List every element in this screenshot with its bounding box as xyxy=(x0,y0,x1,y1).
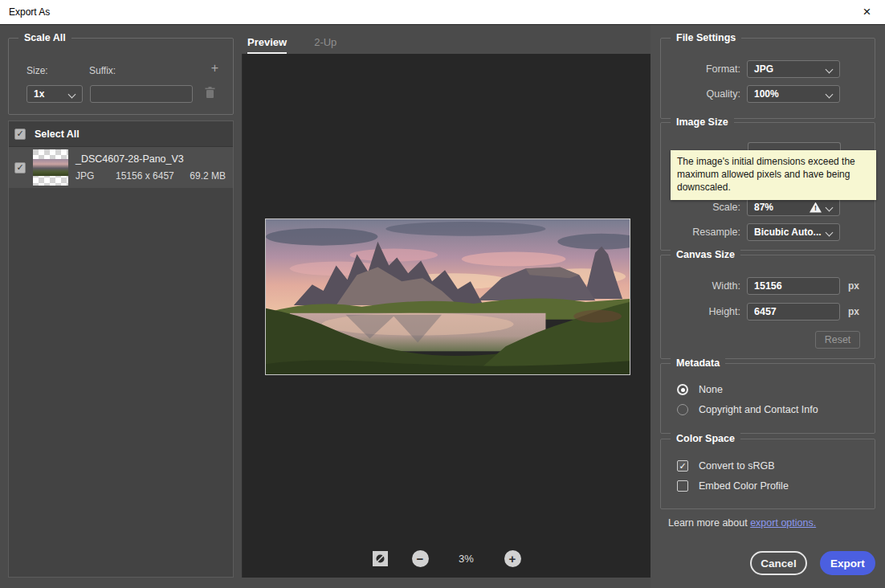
format-select[interactable]: JPG xyxy=(747,60,840,78)
zoom-out-icon[interactable]: − xyxy=(412,550,429,567)
suffix-label: Suffix: xyxy=(89,65,219,76)
file-list: ✓ Select All ✓ _DSC4607-28-Pano_V3 JPG 1… xyxy=(8,120,234,578)
checkbox-checked-icon[interactable]: ✓ xyxy=(677,460,688,472)
export-button[interactable]: Export xyxy=(820,551,875,575)
metadata-option-copyright[interactable]: Copyright and Contact Info xyxy=(677,404,818,415)
preview-image xyxy=(265,218,630,375)
dialog-titlebar: Export As × xyxy=(0,0,885,25)
resample-label: Resample: xyxy=(664,227,747,238)
size-value: 1x xyxy=(34,88,44,100)
chevron-down-icon xyxy=(826,91,833,97)
quality-select[interactable]: 100% xyxy=(747,85,840,103)
file-size: 69.2 MB xyxy=(190,170,226,182)
file-name: _DSC4607-28-Pano_V3 xyxy=(75,153,226,165)
list-item[interactable]: ✓ _DSC4607-28-Pano_V3 JPG 15156 x 6457 6… xyxy=(9,147,233,188)
zoom-in-icon[interactable]: + xyxy=(504,550,521,567)
size-select[interactable]: 1x xyxy=(27,85,83,103)
scale-select[interactable]: 87% ! xyxy=(747,198,840,216)
image-size-title: Image Size xyxy=(671,116,734,128)
metadata-title: Metadata xyxy=(671,357,725,369)
file-settings-title: File Settings xyxy=(671,32,741,43)
resample-select[interactable]: Bicubic Auto... xyxy=(747,223,840,241)
canvas-size-group: Canvas Size Width: px Height: px Reset xyxy=(660,255,875,359)
dialog-title: Export As xyxy=(0,6,50,18)
zoom-controls: − 3% + xyxy=(243,550,650,567)
quality-value: 100% xyxy=(754,88,779,100)
scale-value: 87% xyxy=(754,202,773,213)
preview-tabs: Preview 2-Up xyxy=(247,36,336,54)
select-all-row[interactable]: ✓ Select All xyxy=(9,121,233,147)
color-space-title: Color Space xyxy=(671,433,740,444)
width-unit: px xyxy=(848,280,859,292)
size-label: Size: xyxy=(27,65,89,76)
tab-preview[interactable]: Preview xyxy=(247,36,287,54)
file-checkbox[interactable]: ✓ xyxy=(14,162,26,174)
file-settings-group: File Settings Format: JPG Quality: 100% xyxy=(660,38,875,119)
radio-selected-icon[interactable] xyxy=(677,384,688,395)
checkbox-unchecked-icon[interactable] xyxy=(677,480,688,492)
height-label: Height: xyxy=(664,306,747,317)
chevron-down-icon xyxy=(826,229,833,235)
height-input[interactable] xyxy=(747,303,840,321)
metadata-group: Metadata None Copyright and Contact Info xyxy=(660,363,875,434)
canvas-size-title: Canvas Size xyxy=(671,249,740,260)
quality-label: Quality: xyxy=(664,88,747,100)
file-thumbnail xyxy=(33,149,68,186)
format-label: Format: xyxy=(664,63,747,75)
suffix-input[interactable] xyxy=(90,85,193,103)
metadata-option-none[interactable]: None xyxy=(677,384,723,395)
add-scale-icon[interactable]: + xyxy=(211,63,218,74)
scale-all-title: Scale All xyxy=(18,32,71,43)
export-options-link[interactable]: export options. xyxy=(750,517,816,529)
chevron-down-icon xyxy=(826,66,833,72)
warning-icon: ! xyxy=(810,202,822,213)
select-all-checkbox[interactable]: ✓ xyxy=(14,129,26,140)
format-value: JPG xyxy=(754,63,773,75)
chevron-down-icon xyxy=(69,91,75,97)
scale-all-group: Scale All Size: Suffix: + 1x xyxy=(8,38,234,115)
convert-srgb-option[interactable]: ✓ Convert to sRGB xyxy=(677,460,774,472)
width-label: Width: xyxy=(664,280,747,292)
image-size-group: Image Size The image's initial dimension… xyxy=(660,122,875,251)
file-dimensions: 15156 x 6457 xyxy=(116,170,190,182)
close-icon[interactable]: × xyxy=(849,0,885,24)
radio-unselected-icon[interactable] xyxy=(677,404,688,415)
reset-button[interactable]: Reset xyxy=(815,331,860,349)
height-unit: px xyxy=(848,306,859,317)
select-all-label: Select All xyxy=(35,129,80,140)
width-input[interactable] xyxy=(747,277,840,295)
preview-canvas[interactable]: − 3% + xyxy=(242,54,650,578)
trash-icon[interactable] xyxy=(205,87,215,101)
file-format: JPG xyxy=(75,170,116,182)
fit-to-view-icon[interactable] xyxy=(373,551,388,566)
scale-label: Scale: xyxy=(664,202,747,213)
learn-more-text: Learn more about export options. xyxy=(668,517,816,529)
downscale-warning-tooltip: The image's initial dimensions exceed th… xyxy=(671,150,876,200)
tab-2up[interactable]: 2-Up xyxy=(314,36,336,54)
zoom-level: 3% xyxy=(453,553,480,565)
color-space-group: Color Space ✓ Convert to sRGB Embed Colo… xyxy=(660,439,875,509)
resample-value: Bicubic Auto... xyxy=(754,227,822,238)
cancel-button[interactable]: Cancel xyxy=(750,551,807,575)
embed-profile-option[interactable]: Embed Color Profile xyxy=(677,480,789,492)
chevron-down-icon xyxy=(826,204,833,210)
settings-pane: File Settings Format: JPG Quality: 100% … xyxy=(650,25,885,588)
